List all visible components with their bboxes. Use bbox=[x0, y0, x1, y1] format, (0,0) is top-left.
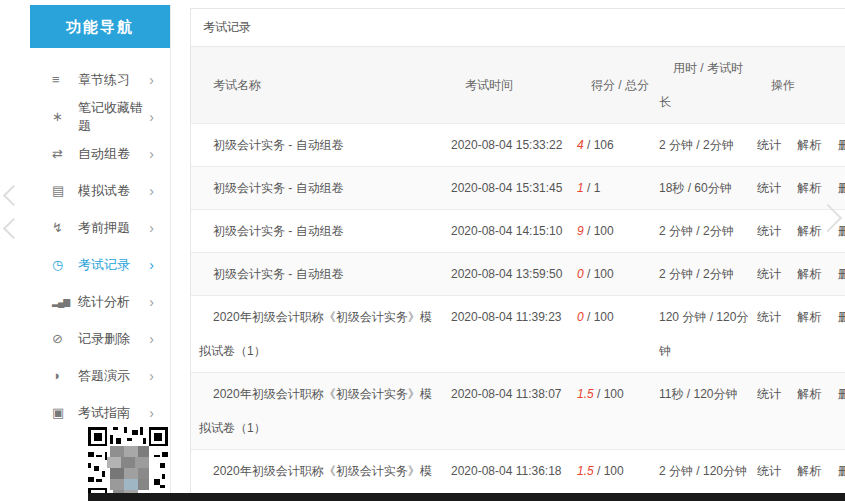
exam-time: 2020-08-04 15:33:22 bbox=[443, 124, 569, 167]
exam-duration: 11秒 / 120分钟 bbox=[651, 373, 749, 450]
delete-link[interactable]: 删除 bbox=[838, 138, 845, 152]
stats-link[interactable]: 统计 bbox=[757, 181, 781, 195]
sidebar-item-exam-prediction[interactable]: ↯ 考前押题 › bbox=[30, 209, 170, 246]
score-value: 4 bbox=[577, 138, 584, 152]
sidebar-item-label: 章节练习 bbox=[78, 71, 130, 89]
stats-link[interactable]: 统计 bbox=[757, 138, 781, 152]
sidebar-item-label: 统计分析 bbox=[78, 293, 130, 311]
carousel-prev-icon[interactable] bbox=[3, 185, 24, 206]
analysis-link[interactable]: 解析 bbox=[797, 181, 821, 195]
list-icon: ≡ bbox=[52, 72, 78, 87]
exam-time: 2020-08-04 11:38:07 bbox=[443, 373, 569, 450]
exam-score: 0 / 100 bbox=[569, 296, 651, 373]
exam-score: 1.5 / 100 bbox=[569, 373, 651, 450]
chevron-right-icon: › bbox=[149, 331, 154, 347]
chevron-right-icon: › bbox=[149, 294, 154, 310]
sidebar-title: 功能导航 bbox=[30, 5, 170, 48]
delete-link[interactable]: 删除 bbox=[838, 464, 845, 478]
score-total: / 100 bbox=[587, 224, 614, 238]
analysis-link[interactable]: 解析 bbox=[797, 310, 821, 324]
sidebar-item-label: 笔记收藏错题 bbox=[78, 99, 149, 135]
globe-icon: ◑ bbox=[52, 368, 78, 383]
score-value: 0 bbox=[577, 267, 584, 281]
sidebar-item-label: 记录删除 bbox=[78, 330, 130, 348]
score-total: / 106 bbox=[587, 138, 614, 152]
sidebar-item-answer-demo[interactable]: ◑ 答题演示 › bbox=[30, 357, 170, 394]
bottom-dark-bar bbox=[88, 493, 845, 501]
chevron-right-icon: › bbox=[149, 257, 154, 273]
chevron-right-icon: › bbox=[149, 109, 154, 125]
exam-duration: 120 分钟 / 120分钟 bbox=[651, 296, 749, 373]
exam-time: 2020-08-04 14:15:10 bbox=[443, 210, 569, 253]
qr-code-image bbox=[88, 427, 168, 501]
sidebar-menu: ≡ 章节练习 › ∗ 笔记收藏错题 › ⇄ 自动组卷 › ▤ 模拟试卷 › ↯ … bbox=[30, 48, 170, 431]
sidebar-item-mock-paper[interactable]: ▤ 模拟试卷 › bbox=[30, 172, 170, 209]
analysis-link[interactable]: 解析 bbox=[797, 464, 821, 478]
exam-duration: 2 分钟 / 2分钟 bbox=[651, 210, 749, 253]
prohibited-icon: ⊘ bbox=[52, 331, 78, 346]
exam-name: 2020年初级会计职称《初级会计实务》模拟试卷（1） bbox=[191, 296, 443, 373]
sidebar-item-notes-favorites[interactable]: ∗ 笔记收藏错题 › bbox=[30, 98, 170, 135]
score-value: 1.5 bbox=[577, 464, 594, 478]
score-value: 1 bbox=[577, 181, 584, 195]
exam-name: 初级会计实务 - 自动组卷 bbox=[191, 210, 443, 253]
stats-link[interactable]: 统计 bbox=[757, 387, 781, 401]
sidebar-item-exam-guide[interactable]: ▣ 考试指南 › bbox=[30, 394, 170, 431]
exam-name: 初级会计实务 - 自动组卷 bbox=[191, 253, 443, 296]
bar-chart-icon: ▂▄▆ bbox=[52, 297, 78, 307]
score-total: / 100 bbox=[597, 464, 624, 478]
delete-link[interactable]: 删除 bbox=[838, 387, 845, 401]
col-header-score: 得分 / 总分 bbox=[569, 47, 651, 124]
analysis-link[interactable]: 解析 bbox=[797, 267, 821, 281]
score-total: / 100 bbox=[587, 267, 614, 281]
chevron-right-icon: › bbox=[149, 220, 154, 236]
table-row: 初级会计实务 - 自动组卷 2020-08-04 15:33:22 4 / 10… bbox=[191, 124, 845, 167]
stats-link[interactable]: 统计 bbox=[757, 267, 781, 281]
analysis-link[interactable]: 解析 bbox=[797, 224, 821, 238]
sidebar-item-label: 考试记录 bbox=[78, 256, 130, 274]
sidebar-item-label: 模拟试卷 bbox=[78, 182, 130, 200]
sidebar-item-record-delete[interactable]: ⊘ 记录删除 › bbox=[30, 320, 170, 357]
score-total: / 1 bbox=[587, 181, 600, 195]
stats-link[interactable]: 统计 bbox=[757, 310, 781, 324]
row-actions: 统计 解析 删除 bbox=[749, 296, 845, 373]
sidebar-item-label: 自动组卷 bbox=[78, 145, 130, 163]
sidebar-item-exam-records[interactable]: ◷ 考试记录 › bbox=[30, 246, 170, 283]
exam-score: 1 / 1 bbox=[569, 167, 651, 210]
table-header-row: 考试名称 考试时间 得分 / 总分 用时 / 考试时长 操作 bbox=[191, 47, 845, 124]
sidebar-item-auto-paper[interactable]: ⇄ 自动组卷 › bbox=[30, 135, 170, 172]
table-row: 初级会计实务 - 自动组卷 2020-08-04 15:31:45 1 / 1 … bbox=[191, 167, 845, 210]
stats-link[interactable]: 统计 bbox=[757, 464, 781, 478]
delete-link[interactable]: 删除 bbox=[838, 224, 845, 238]
col-header-duration: 用时 / 考试时长 bbox=[651, 47, 749, 124]
chevron-right-icon: › bbox=[149, 405, 154, 421]
row-actions: 统计 解析 删除 bbox=[749, 124, 845, 167]
sidebar-item-stats-analysis[interactable]: ▂▄▆ 统计分析 › bbox=[30, 283, 170, 320]
chevron-right-icon: › bbox=[149, 368, 154, 384]
delete-link[interactable]: 删除 bbox=[838, 267, 845, 281]
exam-duration: 2 分钟 / 2分钟 bbox=[651, 253, 749, 296]
carousel-prev-icon[interactable] bbox=[3, 218, 24, 239]
exam-duration: 2 分钟 / 2分钟 bbox=[651, 124, 749, 167]
stats-link[interactable]: 统计 bbox=[757, 224, 781, 238]
exam-score: 4 / 106 bbox=[569, 124, 651, 167]
chevron-right-icon: › bbox=[149, 183, 154, 199]
score-total: / 100 bbox=[597, 387, 624, 401]
row-actions: 统计 解析 删除 bbox=[749, 253, 845, 296]
delete-link[interactable]: 删除 bbox=[838, 310, 845, 324]
delete-link[interactable]: 删除 bbox=[838, 181, 845, 195]
printer-icon: ▣ bbox=[52, 405, 78, 420]
exam-time: 2020-08-04 15:31:45 bbox=[443, 167, 569, 210]
analysis-link[interactable]: 解析 bbox=[797, 138, 821, 152]
sidebar-item-chapter-practice[interactable]: ≡ 章节练习 › bbox=[30, 61, 170, 98]
exam-score: 9 / 100 bbox=[569, 210, 651, 253]
sidebar-item-label: 答题演示 bbox=[78, 367, 130, 385]
exam-name: 2020年初级会计职称《初级会计实务》模拟试卷（1） bbox=[191, 373, 443, 450]
analysis-link[interactable]: 解析 bbox=[797, 387, 821, 401]
exam-name: 初级会计实务 - 自动组卷 bbox=[191, 124, 443, 167]
main-panel: 考试记录 考试名称 考试时间 得分 / 总分 用时 / 考试时长 操作 初级会计… bbox=[190, 8, 845, 501]
exam-time: 2020-08-04 13:59:50 bbox=[443, 253, 569, 296]
col-header-exam-time: 考试时间 bbox=[443, 47, 569, 124]
chevron-right-icon: › bbox=[149, 72, 154, 88]
exam-score: 0 / 100 bbox=[569, 253, 651, 296]
